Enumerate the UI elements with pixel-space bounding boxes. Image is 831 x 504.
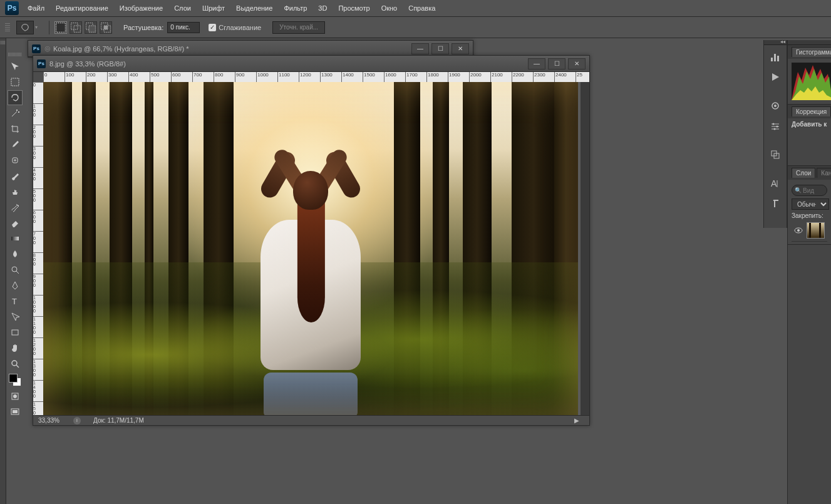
eraser-tool[interactable] [8,215,23,230]
rectangle-tool[interactable] [8,325,23,340]
menu-help[interactable]: Справка [408,4,435,12]
menu-file[interactable]: Файл [28,4,44,12]
ruler-tick: 900 [33,274,43,287]
foreground-color[interactable] [9,374,18,383]
zoom-tool[interactable] [8,356,23,371]
ruler-tick: 1500 [33,401,43,415]
intersect-selection-icon[interactable] [100,21,112,34]
dropdown-arrow-icon[interactable]: ▾ [35,24,38,30]
dodge-tool[interactable] [8,262,23,277]
play-icon[interactable] [766,69,785,85]
histogram-icon[interactable] [766,49,785,65]
subtract-selection-icon[interactable] [85,21,97,34]
paragraph-icon[interactable] [766,195,785,212]
close-button[interactable]: ✕ [452,43,469,54]
layer-filter-input[interactable] [803,187,828,194]
blend-mode-select[interactable]: Обычные [792,198,829,210]
info-icon[interactable]: i [73,417,81,424]
menu-type[interactable]: Шрифт [202,4,225,12]
tools-grip[interactable] [8,53,22,56]
layer-row-background[interactable] [792,219,827,242]
feather-input[interactable] [167,22,200,33]
healing-brush-tool[interactable] [8,153,23,168]
maximize-button[interactable]: ☐ [431,43,449,54]
lasso-tool[interactable] [8,90,23,105]
close-button[interactable]: ✕ [568,58,586,69]
brush-preset-icon[interactable] [766,98,785,114]
menu-edit[interactable]: Редактирование [56,4,108,12]
vertical-ruler[interactable]: 0100200300400500600700800900100011001200… [33,82,43,415]
status-arrow-icon[interactable]: ▶ [574,417,579,424]
ruler-tick: 1200 [299,72,311,82]
ruler-tick: 700 [33,231,43,245]
menu-layers[interactable]: Слои [174,4,191,12]
new-selection-icon[interactable] [54,21,67,34]
menu-window[interactable]: Окно [381,4,398,12]
visibility-icon[interactable] [794,226,803,235]
vertical-scrollbar[interactable] [581,82,589,415]
menu-view[interactable]: Просмотр [338,4,369,12]
document-area: Ps ◎ Koala.jpg @ 66,7% (Hydrangeas, RGB/… [26,40,763,504]
ruler-tick: 700 [192,72,202,82]
ruler-tick: 2300 [533,72,545,82]
add-selection-icon[interactable] [70,21,82,34]
move-tool[interactable] [8,59,23,74]
brush-tool[interactable] [8,168,23,183]
options-grip[interactable] [5,23,10,32]
right-icon-dock: A [763,40,787,228]
layer-filter[interactable]: 🔍 [792,185,827,196]
type-tool[interactable]: T [8,294,23,309]
document-window-8jpg[interactable]: Ps 8.jpg @ 33,3% (RGB/8#) — ☐ ✕ 01002003… [33,55,590,426]
color-swatch[interactable] [9,374,21,386]
menu-3d[interactable]: 3D [318,4,327,12]
pen-tool[interactable] [8,278,23,293]
ruler-tick: 600 [33,210,43,224]
minimize-button[interactable]: — [528,58,545,69]
minimize-button[interactable]: — [411,43,429,54]
menu-select[interactable]: Выделение [236,4,272,12]
clone-src-icon[interactable] [766,147,785,163]
svg-rect-0 [56,23,66,32]
tab-channels[interactable]: Кана [817,168,831,178]
crop-tool[interactable] [8,121,23,136]
screen-mode-tool[interactable] [8,404,23,419]
tab-histogram[interactable]: Гистограмма [792,47,831,57]
tool-preset-dropdown[interactable] [16,21,34,34]
eyedropper-tool[interactable] [8,137,23,152]
rect-marquee-tool[interactable] [8,75,23,90]
refine-edge-button[interactable]: Уточн. край... [272,21,325,34]
ruler-tick: 100 [33,103,43,117]
path-select-tool[interactable] [8,309,23,324]
doc-info[interactable]: Док: 11,7M/11,7M [93,417,144,424]
quick-mask-tool[interactable] [8,389,23,404]
tab-adjustments[interactable]: Коррекция [792,106,831,116]
magic-wand-tool[interactable] [8,106,23,121]
zoom-level[interactable]: 33,33% [38,417,70,424]
layer-thumbnail[interactable] [807,222,825,239]
svg-point-25 [777,126,778,128]
horizontal-ruler[interactable]: 0100200300400500600700800900100011001200… [43,72,589,82]
menu-image[interactable]: Изображение [120,4,163,12]
clone-stamp-tool[interactable] [8,184,23,199]
history-brush-tool[interactable] [8,200,23,215]
tab-layers[interactable]: Слои [792,168,815,178]
ruler-tick: 0 [33,82,43,87]
maximize-button[interactable]: ☐ [548,58,565,69]
separator [49,21,49,34]
menu-filter[interactable]: Фильтр [284,4,307,12]
adjust-icon[interactable] [766,118,785,134]
ruler-tick: 1800 [426,72,439,82]
dock-collapse-grip[interactable] [764,40,787,45]
dock-grip[interactable] [1,41,6,44]
hand-tool[interactable] [8,341,23,356]
svg-text:A: A [771,178,777,188]
gradient-tool[interactable] [8,231,23,246]
ruler-tick: 25 [576,72,582,82]
panel-grip[interactable] [788,40,831,45]
antialias-checkbox[interactable]: ✓ [209,24,216,31]
blur-tool[interactable] [8,247,23,262]
ruler-tick: 300 [33,146,43,160]
ruler-tick: 100 [65,72,74,82]
canvas[interactable] [43,82,581,415]
character-icon[interactable]: A [766,175,785,192]
